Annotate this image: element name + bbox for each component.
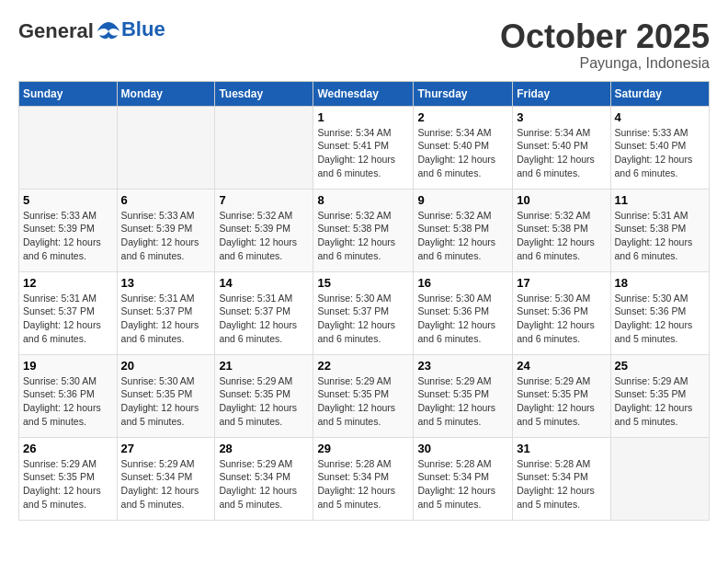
calendar-cell: 1Sunrise: 5:34 AMSunset: 5:41 PMDaylight… [313,106,414,189]
calendar-cell: 24Sunrise: 5:29 AMSunset: 5:35 PMDayligh… [513,354,610,437]
day-number: 23 [417,359,508,373]
calendar-week-5: 26Sunrise: 5:29 AMSunset: 5:35 PMDayligh… [19,437,710,520]
location: Payunga, Indonesia [500,55,710,72]
calendar-cell: 22Sunrise: 5:29 AMSunset: 5:35 PMDayligh… [313,354,414,437]
day-info: Sunrise: 5:29 AMSunset: 5:34 PMDaylight:… [121,457,211,511]
calendar-cell: 8Sunrise: 5:32 AMSunset: 5:38 PMDaylight… [313,189,414,271]
weekday-header-wednesday: Wednesday [313,81,414,106]
calendar-cell: 26Sunrise: 5:29 AMSunset: 5:35 PMDayligh… [19,437,118,520]
day-info: Sunrise: 5:30 AMSunset: 5:36 PMDaylight:… [417,292,508,346]
day-number: 10 [517,193,606,207]
day-info: Sunrise: 5:32 AMSunset: 5:39 PMDaylight:… [219,209,309,263]
day-info: Sunrise: 5:31 AMSunset: 5:37 PMDaylight:… [23,292,113,346]
day-number: 13 [121,276,211,290]
day-info: Sunrise: 5:33 AMSunset: 5:39 PMDaylight:… [121,209,211,263]
day-number: 14 [219,276,309,290]
calendar-cell: 6Sunrise: 5:33 AMSunset: 5:39 PMDaylight… [117,189,215,271]
day-number: 29 [317,442,409,455]
day-number: 12 [23,276,113,290]
day-number: 4 [615,110,705,124]
day-info: Sunrise: 5:29 AMSunset: 5:35 PMDaylight:… [615,374,705,429]
day-number: 15 [317,276,409,290]
calendar-cell: 11Sunrise: 5:31 AMSunset: 5:38 PMDayligh… [610,189,709,271]
day-number: 26 [23,442,113,455]
day-info: Sunrise: 5:30 AMSunset: 5:36 PMDaylight:… [517,292,606,346]
calendar-cell [117,106,215,189]
weekday-header-thursday: Thursday [414,81,513,106]
day-info: Sunrise: 5:28 AMSunset: 5:34 PMDaylight:… [317,457,409,511]
day-info: Sunrise: 5:29 AMSunset: 5:35 PMDaylight:… [23,457,113,511]
calendar-body: 1Sunrise: 5:34 AMSunset: 5:41 PMDaylight… [19,106,710,520]
calendar-header-row: SundayMondayTuesdayWednesdayThursdayFrid… [19,81,710,106]
calendar-cell: 17Sunrise: 5:30 AMSunset: 5:36 PMDayligh… [513,271,610,354]
day-info: Sunrise: 5:29 AMSunset: 5:35 PMDaylight:… [417,374,508,429]
day-info: Sunrise: 5:34 AMSunset: 5:40 PMDaylight:… [417,126,508,180]
calendar-cell: 31Sunrise: 5:28 AMSunset: 5:34 PMDayligh… [513,437,610,520]
day-info: Sunrise: 5:31 AMSunset: 5:37 PMDaylight:… [121,292,211,346]
logo: General Blue [18,18,165,44]
calendar-week-3: 12Sunrise: 5:31 AMSunset: 5:37 PMDayligh… [19,271,710,354]
calendar-cell: 13Sunrise: 5:31 AMSunset: 5:37 PMDayligh… [117,271,215,354]
day-number: 18 [615,276,705,290]
calendar-cell: 18Sunrise: 5:30 AMSunset: 5:36 PMDayligh… [610,271,709,354]
logo-general: General [18,19,94,43]
day-info: Sunrise: 5:28 AMSunset: 5:34 PMDaylight:… [417,457,508,511]
day-info: Sunrise: 5:32 AMSunset: 5:38 PMDaylight:… [317,209,409,263]
day-info: Sunrise: 5:28 AMSunset: 5:34 PMDaylight:… [517,457,606,511]
logo-blue: Blue [121,17,165,40]
weekday-header-saturday: Saturday [610,81,709,106]
calendar-cell: 16Sunrise: 5:30 AMSunset: 5:36 PMDayligh… [414,271,513,354]
day-number: 2 [417,110,508,124]
day-number: 25 [615,359,705,373]
calendar-week-4: 19Sunrise: 5:30 AMSunset: 5:36 PMDayligh… [19,354,710,437]
day-info: Sunrise: 5:29 AMSunset: 5:35 PMDaylight:… [219,374,309,429]
calendar-cell [19,106,118,189]
day-number: 8 [317,193,409,207]
calendar-cell: 10Sunrise: 5:32 AMSunset: 5:38 PMDayligh… [513,189,610,271]
calendar-cell: 3Sunrise: 5:34 AMSunset: 5:40 PMDaylight… [513,106,610,189]
day-info: Sunrise: 5:34 AMSunset: 5:41 PMDaylight:… [317,126,409,180]
day-number: 1 [317,110,409,124]
logo-bird-icon [96,18,121,44]
day-number: 16 [417,276,508,290]
calendar-cell: 29Sunrise: 5:28 AMSunset: 5:34 PMDayligh… [313,437,414,520]
calendar-cell [215,106,313,189]
day-info: Sunrise: 5:30 AMSunset: 5:37 PMDaylight:… [317,292,409,346]
weekday-header-monday: Monday [117,81,215,106]
day-number: 6 [121,193,211,207]
day-number: 5 [23,193,113,207]
weekday-header-tuesday: Tuesday [215,81,313,106]
day-number: 22 [317,359,409,373]
day-info: Sunrise: 5:32 AMSunset: 5:38 PMDaylight:… [417,209,508,263]
calendar-cell: 5Sunrise: 5:33 AMSunset: 5:39 PMDaylight… [19,189,118,271]
calendar-cell: 2Sunrise: 5:34 AMSunset: 5:40 PMDaylight… [414,106,513,189]
calendar-cell: 27Sunrise: 5:29 AMSunset: 5:34 PMDayligh… [117,437,215,520]
day-info: Sunrise: 5:31 AMSunset: 5:37 PMDaylight:… [219,292,309,346]
day-info: Sunrise: 5:30 AMSunset: 5:35 PMDaylight:… [121,374,211,429]
day-number: 28 [219,442,309,455]
day-info: Sunrise: 5:33 AMSunset: 5:39 PMDaylight:… [23,209,113,263]
calendar-cell: 12Sunrise: 5:31 AMSunset: 5:37 PMDayligh… [19,271,118,354]
day-number: 7 [219,193,309,207]
day-info: Sunrise: 5:31 AMSunset: 5:38 PMDaylight:… [615,209,705,263]
calendar-cell [610,437,709,520]
weekday-header-sunday: Sunday [19,81,118,106]
day-info: Sunrise: 5:29 AMSunset: 5:35 PMDaylight:… [517,374,606,429]
calendar-cell: 19Sunrise: 5:30 AMSunset: 5:36 PMDayligh… [19,354,118,437]
day-number: 9 [417,193,508,207]
day-number: 24 [517,359,606,373]
day-info: Sunrise: 5:32 AMSunset: 5:38 PMDaylight:… [517,209,606,263]
day-number: 20 [121,359,211,373]
day-number: 3 [517,110,606,124]
calendar-week-2: 5Sunrise: 5:33 AMSunset: 5:39 PMDaylight… [19,189,710,271]
day-number: 31 [517,442,606,455]
calendar-cell: 14Sunrise: 5:31 AMSunset: 5:37 PMDayligh… [215,271,313,354]
day-info: Sunrise: 5:29 AMSunset: 5:34 PMDaylight:… [219,457,309,511]
month-title: October 2025 [500,18,710,55]
day-info: Sunrise: 5:33 AMSunset: 5:40 PMDaylight:… [615,126,705,180]
day-info: Sunrise: 5:34 AMSunset: 5:40 PMDaylight:… [517,126,606,180]
day-number: 19 [23,359,113,373]
day-number: 21 [219,359,309,373]
calendar-cell: 28Sunrise: 5:29 AMSunset: 5:34 PMDayligh… [215,437,313,520]
day-number: 17 [517,276,606,290]
